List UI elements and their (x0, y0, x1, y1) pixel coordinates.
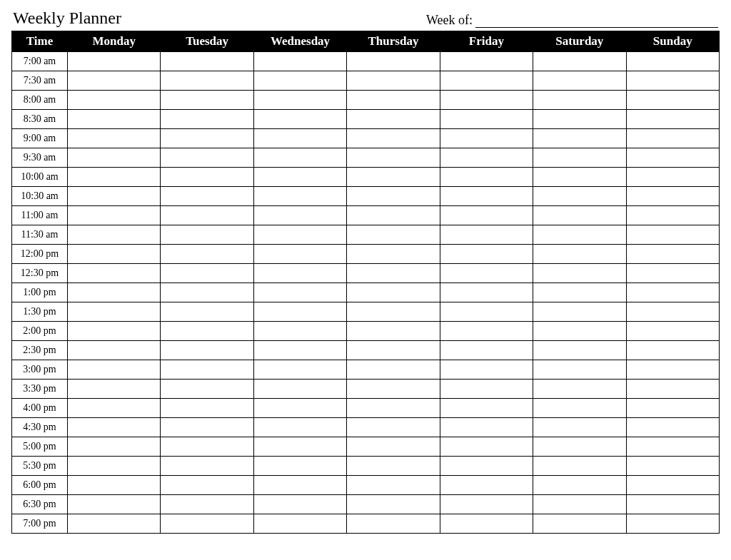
planner-cell[interactable] (626, 110, 719, 129)
planner-cell[interactable] (253, 168, 346, 187)
planner-cell[interactable] (347, 341, 440, 360)
planner-cell[interactable] (626, 437, 719, 457)
planner-cell[interactable] (161, 495, 253, 514)
planner-cell[interactable] (626, 148, 719, 168)
planner-cell[interactable] (253, 71, 346, 91)
planner-cell[interactable] (347, 225, 440, 245)
planner-cell[interactable] (68, 110, 161, 129)
planner-cell[interactable] (440, 168, 533, 187)
planner-cell[interactable] (68, 168, 161, 187)
planner-cell[interactable] (626, 168, 719, 187)
planner-cell[interactable] (161, 399, 253, 418)
planner-cell[interactable] (347, 495, 440, 514)
planner-cell[interactable] (161, 168, 253, 187)
planner-cell[interactable] (161, 71, 253, 91)
planner-cell[interactable] (161, 52, 253, 71)
planner-cell[interactable] (68, 399, 161, 418)
planner-cell[interactable] (347, 110, 440, 129)
planner-cell[interactable] (533, 302, 626, 322)
planner-cell[interactable] (253, 457, 346, 476)
planner-cell[interactable] (626, 495, 719, 514)
planner-cell[interactable] (68, 322, 161, 341)
planner-cell[interactable] (440, 52, 533, 71)
planner-cell[interactable] (626, 187, 719, 206)
planner-cell[interactable] (253, 91, 346, 110)
planner-cell[interactable] (161, 264, 253, 283)
planner-cell[interactable] (347, 245, 440, 264)
planner-cell[interactable] (253, 206, 346, 225)
planner-cell[interactable] (161, 129, 253, 148)
planner-cell[interactable] (68, 476, 161, 495)
planner-cell[interactable] (68, 225, 161, 245)
planner-cell[interactable] (161, 360, 253, 380)
planner-cell[interactable] (253, 225, 346, 245)
planner-cell[interactable] (161, 283, 253, 302)
planner-cell[interactable] (533, 129, 626, 148)
planner-cell[interactable] (440, 264, 533, 283)
planner-cell[interactable] (253, 418, 346, 437)
planner-cell[interactable] (533, 322, 626, 341)
planner-cell[interactable] (440, 418, 533, 437)
planner-cell[interactable] (347, 71, 440, 91)
planner-cell[interactable] (626, 341, 719, 360)
planner-cell[interactable] (68, 418, 161, 437)
planner-cell[interactable] (347, 457, 440, 476)
planner-cell[interactable] (533, 148, 626, 168)
planner-cell[interactable] (253, 437, 346, 457)
planner-cell[interactable] (161, 514, 253, 534)
planner-cell[interactable] (253, 360, 346, 380)
planner-cell[interactable] (253, 283, 346, 302)
planner-cell[interactable] (253, 148, 346, 168)
planner-cell[interactable] (626, 91, 719, 110)
planner-cell[interactable] (440, 476, 533, 495)
planner-cell[interactable] (626, 360, 719, 380)
planner-cell[interactable] (253, 264, 346, 283)
planner-cell[interactable] (626, 418, 719, 437)
planner-cell[interactable] (533, 283, 626, 302)
planner-cell[interactable] (533, 206, 626, 225)
planner-cell[interactable] (533, 52, 626, 71)
planner-cell[interactable] (347, 399, 440, 418)
planner-cell[interactable] (161, 225, 253, 245)
planner-cell[interactable] (253, 476, 346, 495)
planner-cell[interactable] (533, 437, 626, 457)
planner-cell[interactable] (533, 341, 626, 360)
planner-cell[interactable] (626, 380, 719, 399)
planner-cell[interactable] (440, 187, 533, 206)
planner-cell[interactable] (347, 514, 440, 534)
planner-cell[interactable] (161, 322, 253, 341)
planner-cell[interactable] (347, 187, 440, 206)
planner-cell[interactable] (440, 399, 533, 418)
planner-cell[interactable] (68, 380, 161, 399)
planner-cell[interactable] (440, 322, 533, 341)
planner-cell[interactable] (161, 437, 253, 457)
planner-cell[interactable] (68, 283, 161, 302)
planner-cell[interactable] (626, 476, 719, 495)
planner-cell[interactable] (533, 476, 626, 495)
planner-cell[interactable] (626, 71, 719, 91)
planner-cell[interactable] (626, 225, 719, 245)
planner-cell[interactable] (347, 360, 440, 380)
planner-cell[interactable] (68, 495, 161, 514)
planner-cell[interactable] (68, 129, 161, 148)
planner-cell[interactable] (440, 225, 533, 245)
planner-cell[interactable] (161, 110, 253, 129)
planner-cell[interactable] (440, 360, 533, 380)
planner-cell[interactable] (253, 514, 346, 534)
planner-cell[interactable] (440, 514, 533, 534)
planner-cell[interactable] (161, 341, 253, 360)
planner-cell[interactable] (626, 399, 719, 418)
planner-cell[interactable] (533, 225, 626, 245)
planner-cell[interactable] (440, 245, 533, 264)
planner-cell[interactable] (533, 168, 626, 187)
planner-cell[interactable] (440, 437, 533, 457)
planner-cell[interactable] (347, 476, 440, 495)
planner-cell[interactable] (253, 399, 346, 418)
planner-cell[interactable] (440, 457, 533, 476)
planner-cell[interactable] (533, 457, 626, 476)
planner-cell[interactable] (440, 206, 533, 225)
planner-cell[interactable] (533, 418, 626, 437)
planner-cell[interactable] (533, 187, 626, 206)
planner-cell[interactable] (347, 52, 440, 71)
planner-cell[interactable] (253, 129, 346, 148)
